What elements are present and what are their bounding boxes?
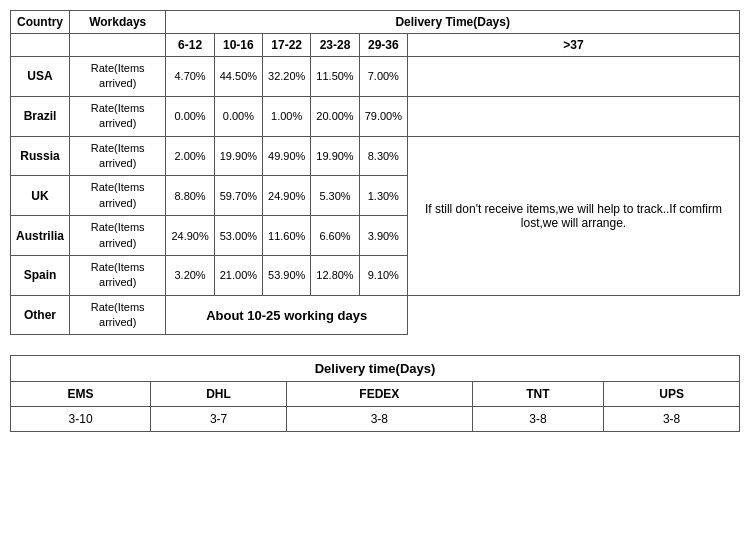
col-country: Country — [11, 11, 70, 34]
carrier-name: TNT — [472, 382, 603, 407]
col-gt37: >37 — [407, 34, 739, 57]
rate-label-cell: Rate(Items arrived) — [70, 295, 166, 335]
country-cell: Brazil — [11, 96, 70, 136]
col-23-28: 23-28 — [311, 34, 359, 57]
rate-value-cell: 59.70% — [214, 176, 262, 216]
rate-label-cell: Rate(Items arrived) — [70, 216, 166, 256]
carrier-days: 3-8 — [472, 407, 603, 432]
note-cell: If still don't receive items,we will hel… — [407, 136, 739, 295]
col-delivery-time: Delivery Time(Days) — [166, 11, 740, 34]
rate-label-cell: Rate(Items arrived) — [70, 57, 166, 97]
country-cell: Spain — [11, 255, 70, 295]
country-cell: Russia — [11, 136, 70, 176]
col-6-12: 6-12 — [166, 34, 214, 57]
col-29-36: 29-36 — [359, 34, 407, 57]
carrier-days: 3-7 — [151, 407, 287, 432]
carrier-days: 3-8 — [604, 407, 740, 432]
rate-value-cell: 49.90% — [263, 136, 311, 176]
country-cell: USA — [11, 57, 70, 97]
rate-label-cell: Rate(Items arrived) — [70, 136, 166, 176]
rate-value-cell: 2.00% — [166, 136, 214, 176]
carrier-name: EMS — [11, 382, 151, 407]
sub-country — [11, 34, 70, 57]
rate-value-cell: 12.80% — [311, 255, 359, 295]
rate-label-cell: Rate(Items arrived) — [70, 255, 166, 295]
rate-value-cell: 53.90% — [263, 255, 311, 295]
rate-value-cell: 32.20% — [263, 57, 311, 97]
rate-value-cell: 3.20% — [166, 255, 214, 295]
delivery-table-carriers: Delivery time(Days) EMSDHLFEDEXTNTUPS 3-… — [10, 355, 740, 432]
empty-cell — [407, 96, 739, 136]
sub-workdays — [70, 34, 166, 57]
country-cell: Other — [11, 295, 70, 335]
col-workdays: Workdays — [70, 11, 166, 34]
rate-label-cell: Rate(Items arrived) — [70, 96, 166, 136]
carrier-days: 3-10 — [11, 407, 151, 432]
rate-value-cell: 7.00% — [359, 57, 407, 97]
rate-value-cell: 6.60% — [311, 216, 359, 256]
rate-value-cell: 3.90% — [359, 216, 407, 256]
rate-value-cell: 21.00% — [214, 255, 262, 295]
country-cell: UK — [11, 176, 70, 216]
rate-label-cell: Rate(Items arrived) — [70, 176, 166, 216]
rate-value-cell: 1.00% — [263, 96, 311, 136]
col-17-22: 17-22 — [263, 34, 311, 57]
carrier-days: 3-8 — [286, 407, 472, 432]
rate-value-cell: 19.90% — [214, 136, 262, 176]
country-cell: Austrilia — [11, 216, 70, 256]
empty-cell — [407, 57, 739, 97]
about-cell: About 10-25 working days — [166, 295, 408, 335]
rate-value-cell: 11.50% — [311, 57, 359, 97]
rate-value-cell: 20.00% — [311, 96, 359, 136]
rate-value-cell: 8.30% — [359, 136, 407, 176]
carrier-title: Delivery time(Days) — [11, 356, 740, 382]
rate-value-cell: 19.90% — [311, 136, 359, 176]
rate-value-cell: 5.30% — [311, 176, 359, 216]
carrier-name: UPS — [604, 382, 740, 407]
rate-value-cell: 9.10% — [359, 255, 407, 295]
rate-value-cell: 4.70% — [166, 57, 214, 97]
rate-value-cell: 53.00% — [214, 216, 262, 256]
rate-value-cell: 0.00% — [214, 96, 262, 136]
rate-value-cell: 0.00% — [166, 96, 214, 136]
rate-value-cell: 44.50% — [214, 57, 262, 97]
rate-value-cell: 1.30% — [359, 176, 407, 216]
rate-value-cell: 79.00% — [359, 96, 407, 136]
col-10-16: 10-16 — [214, 34, 262, 57]
delivery-table-main: Country Workdays Delivery Time(Days) 6-1… — [10, 10, 740, 335]
rate-value-cell: 11.60% — [263, 216, 311, 256]
carrier-name: DHL — [151, 382, 287, 407]
rate-value-cell: 24.90% — [263, 176, 311, 216]
rate-value-cell: 24.90% — [166, 216, 214, 256]
rate-value-cell: 8.80% — [166, 176, 214, 216]
carrier-name: FEDEX — [286, 382, 472, 407]
